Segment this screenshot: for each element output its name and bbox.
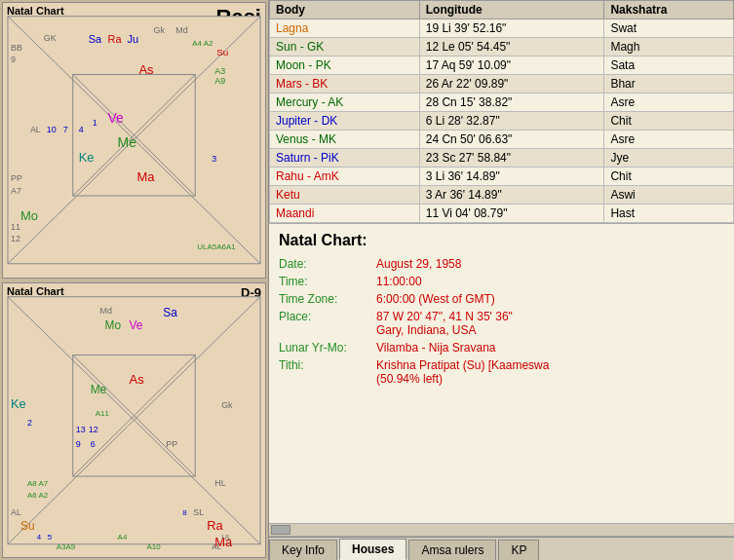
svg-text:2: 2 [27, 418, 32, 428]
cell-longitude: 3 Ar 36' 14.89" [419, 186, 604, 205]
scroll-thumb[interactable] [271, 525, 290, 535]
svg-text:SL: SL [193, 506, 204, 516]
svg-text:AL: AL [11, 506, 21, 516]
astro-table[interactable]: Body Longitude Nakshatra Lagna19 Li 39' … [269, 0, 734, 224]
svg-text:12: 12 [11, 234, 20, 243]
cell-longitude: 17 Aq 59' 10.09" [419, 56, 604, 75]
cell-body: Mars - BK [270, 75, 420, 93]
label-tithi: Tithi: [279, 358, 376, 372]
svg-text:A4 A2: A4 A2 [192, 39, 213, 48]
cell-nakshatra: Hast [604, 205, 734, 223]
svg-text:UL: UL [221, 532, 232, 541]
svg-text:ULA5A6A1: ULA5A6A1 [197, 243, 236, 251]
natal-info: Natal Chart: Date: August 29, 1958 Time:… [269, 224, 734, 523]
svg-text:A4: A4 [118, 532, 128, 541]
svg-text:3: 3 [212, 154, 216, 164]
svg-text:A6 A2: A6 A2 [27, 490, 49, 499]
cell-longitude: 11 Vi 04' 08.79" [419, 205, 604, 223]
svg-text:6: 6 [91, 439, 96, 449]
svg-text:Ke: Ke [11, 396, 26, 411]
cell-nakshatra: Jye [604, 149, 734, 168]
cell-body: Lagna [270, 19, 420, 38]
tab-amsa[interactable]: Amsa rulers [408, 540, 496, 560]
svg-text:HL: HL [214, 478, 225, 488]
svg-text:8: 8 [182, 507, 187, 516]
value-place-name: Gary, Indiana, USA [376, 323, 724, 337]
cell-longitude: 12 Le 05' 54.45" [419, 38, 604, 56]
value-timezone: 6:00:00 (West of GMT) [376, 292, 724, 306]
svg-text:Sa: Sa [89, 33, 102, 45]
value-lyrmo: Vilamba - Nija Sravana [376, 341, 724, 355]
svg-text:9: 9 [76, 439, 81, 449]
svg-text:9: 9 [11, 55, 16, 64]
cell-body: Saturn - PiK [270, 149, 420, 168]
value-tithi-pct: (50.94% left) [376, 372, 724, 386]
info-row-date: Date: August 29, 1958 [279, 257, 724, 271]
table-row: Venus - MK24 Cn 50' 06.63"Asre [270, 131, 734, 149]
svg-text:Ju: Ju [128, 33, 139, 45]
svg-text:As: As [138, 63, 153, 78]
scroll-bar[interactable] [269, 523, 734, 537]
svg-text:As: As [130, 372, 144, 387]
cell-longitude: 26 Ar 22' 09.89" [419, 75, 604, 93]
cell-nakshatra: Magh [604, 38, 734, 56]
cell-longitude: 19 Li 39' 52.16" [419, 19, 604, 38]
svg-text:Ke: Ke [79, 150, 95, 165]
label-date: Date: [279, 257, 376, 271]
table-row: Sun - GK12 Le 05' 54.45"Magh [270, 38, 734, 56]
svg-text:10: 10 [47, 125, 57, 134]
svg-text:GK: GK [44, 33, 57, 43]
label-timezone: Time Zone: [279, 292, 376, 306]
svg-text:A3: A3 [214, 67, 225, 77]
right-panel: Body Longitude Nakshatra Lagna19 Li 39' … [268, 0, 734, 560]
cell-nakshatra: Chit [604, 112, 734, 131]
bottom-tabs[interactable]: Key Info Houses Amsa rulers KP [269, 537, 734, 560]
label-lyrmo: Lunar Yr-Mo: [279, 341, 376, 355]
cell-nakshatra: Bhar [604, 75, 734, 93]
svg-text:4: 4 [37, 532, 42, 541]
left-panel: Natal Chart Rasi Sa Ra Ju [0, 0, 268, 560]
value-tithi: Krishna Pratipat (Su) [Kaameswa [376, 358, 724, 372]
cell-body: Rahu - AmK [270, 168, 420, 186]
svg-text:13: 13 [76, 425, 86, 434]
svg-text:AL: AL [30, 125, 41, 134]
cell-longitude: 3 Li 36' 14.89" [419, 168, 604, 186]
cell-longitude: 23 Sc 27' 58.84" [419, 149, 604, 168]
svg-text:A11: A11 [96, 409, 110, 418]
table-row: Saturn - PiK23 Sc 27' 58.84"Jye [270, 149, 734, 168]
table-row: Jupiter - DK6 Li 28' 32.87"Chit [270, 112, 734, 131]
d9-diamond: Md Mo Ve Sa Ke 2 Me As Gk 13 12 9 6 [3, 283, 265, 558]
tab-houses[interactable]: Houses [339, 539, 406, 560]
info-row-lyrmo: Lunar Yr-Mo: Vilamba - Nija Sravana [279, 341, 724, 355]
svg-text:1: 1 [93, 118, 97, 128]
svg-text:Md: Md [175, 25, 187, 35]
cell-body: Venus - MK [270, 131, 420, 149]
cell-body: Ketu [270, 186, 420, 205]
svg-text:7: 7 [63, 125, 68, 134]
svg-text:Mo: Mo [105, 317, 122, 331]
info-row-tithi: Tithi: Krishna Pratipat (Su) [Kaameswa (… [279, 358, 724, 386]
rasi-diamond: Sa Ra Ju Gk Md A4 A2 Su BB 9 GK As A3 A9 [3, 3, 265, 278]
table-row: Maandi11 Vi 04' 08.79"Hast [270, 205, 734, 223]
svg-text:A9: A9 [214, 76, 225, 86]
cell-nakshatra: Sata [604, 56, 734, 75]
svg-text:Gk: Gk [221, 400, 233, 410]
svg-text:Sa: Sa [163, 305, 177, 318]
value-place-coords: 87 W 20' 47", 41 N 35' 36" [376, 310, 724, 323]
info-row-time: Time: 11:00:00 [279, 275, 724, 288]
cell-nakshatra: Swat [604, 19, 734, 38]
natal-info-title: Natal Chart: [279, 232, 724, 249]
svg-text:AL: AL [212, 541, 221, 550]
table-row: Mercury - AK28 Cn 15' 38.82"Asre [270, 93, 734, 112]
tab-kp[interactable]: KP [498, 540, 539, 560]
svg-text:Gk: Gk [153, 25, 165, 35]
svg-text:Su: Su [216, 47, 228, 57]
info-row-place: Place: 87 W 20' 47", 41 N 35' 36" Gary, … [279, 310, 724, 337]
cell-body: Jupiter - DK [270, 112, 420, 131]
tab-keyinfo[interactable]: Key Info [269, 540, 337, 560]
svg-text:4: 4 [79, 125, 84, 134]
info-row-timezone: Time Zone: 6:00:00 (West of GMT) [279, 292, 724, 306]
label-time: Time: [279, 275, 376, 288]
table-row: Ketu3 Ar 36' 14.89"Aswi [270, 186, 734, 205]
cell-body: Mercury - AK [270, 93, 420, 112]
